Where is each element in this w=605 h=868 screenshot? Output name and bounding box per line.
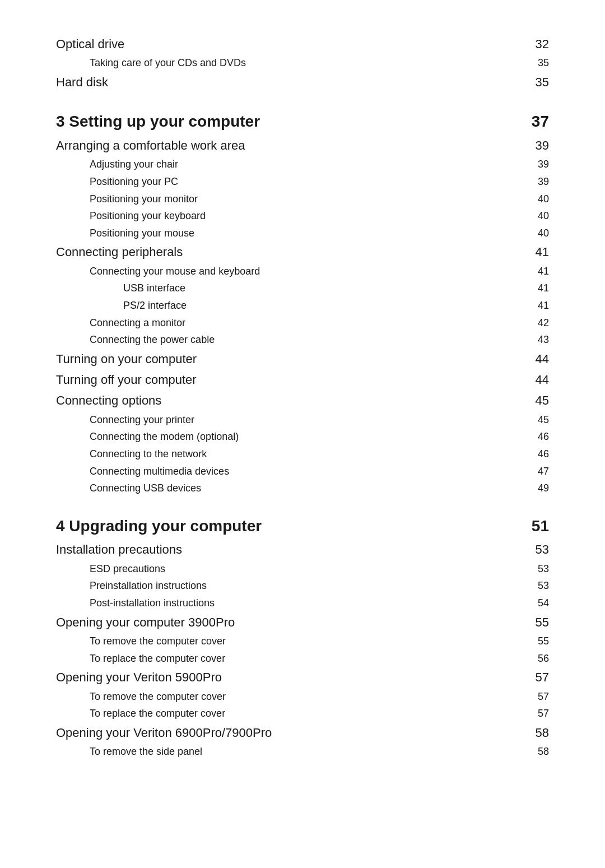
toc-entry-text-turning-on: Turning on your computer xyxy=(56,349,515,369)
toc-entry-page-connecting-power: 43 xyxy=(515,331,549,349)
toc-entry-page-connecting-printer: 45 xyxy=(515,411,549,429)
toc-entry-text-positioning-monitor: Positioning your monitor xyxy=(56,191,515,208)
toc-entry-text-postinstallation: Post-installation instructions xyxy=(56,595,515,612)
toc-entry-page-positioning-monitor: 40 xyxy=(515,191,549,208)
toc-entry-page-preinstallation: 53 xyxy=(515,577,549,595)
toc-entry-page-positioning-keyboard: 40 xyxy=(515,207,549,225)
toc-entry-page-ps2-interface: 41 xyxy=(515,297,549,314)
toc-entry-turning-off: Turning off your computer44 xyxy=(56,369,549,390)
toc-entry-page-ch4: 51 xyxy=(515,513,549,540)
toc-entry-page-turning-off: 44 xyxy=(515,369,549,390)
toc-entry-ch4: 4 Upgrading your computer51 xyxy=(56,513,549,540)
toc-entry-opening-6900pro: Opening your Veriton 6900Pro/7900Pro58 xyxy=(56,722,549,743)
toc-entry-page-connecting-multimedia: 47 xyxy=(515,463,549,480)
spacer-spacer-1 xyxy=(56,92,549,108)
toc-entry-page-optical-drive: 32 xyxy=(515,34,549,54)
toc-entry-text-connecting-printer: Connecting your printer xyxy=(56,411,515,429)
toc-entry-page-connecting-monitor: 42 xyxy=(515,314,549,332)
toc-entry-text-opening-5900pro: Opening your Veriton 5900Pro xyxy=(56,667,515,688)
toc-entry-page-connecting-options: 45 xyxy=(515,390,549,411)
toc-entry-text-remove-cover-3900: To remove the computer cover xyxy=(56,633,515,650)
toc-entry-page-ch3: 37 xyxy=(515,108,549,135)
toc-entry-page-remove-side-panel: 58 xyxy=(515,743,549,760)
toc-entry-text-positioning-mouse: Positioning your mouse xyxy=(56,225,515,242)
toc-entry-page-positioning-mouse: 40 xyxy=(515,225,549,242)
toc-entry-turning-on: Turning on your computer44 xyxy=(56,349,549,369)
toc-entry-connecting-peripherals: Connecting peripherals41 xyxy=(56,242,549,262)
toc-entry-ch3: 3 Setting up your computer37 xyxy=(56,108,549,135)
toc-entry-text-connecting-usb: Connecting USB devices xyxy=(56,480,515,497)
toc-entry-page-remove-cover-5900: 57 xyxy=(515,688,549,705)
toc-entry-page-installation-precautions: 53 xyxy=(515,539,549,560)
toc-entry-connecting-modem: Connecting the modem (optional)46 xyxy=(56,428,549,445)
toc-entry-taking-care-cds: Taking care of your CDs and DVDs35 xyxy=(56,54,549,72)
toc-entry-text-ch3: 3 Setting up your computer xyxy=(56,108,515,135)
toc-entry-page-opening-6900pro: 58 xyxy=(515,722,549,743)
toc-entry-connecting-network: Connecting to the network46 xyxy=(56,445,549,463)
toc-entry-page-replace-cover-5900: 57 xyxy=(515,705,549,722)
toc-entry-text-positioning-keyboard: Positioning your keyboard xyxy=(56,207,515,225)
toc-entry-connecting-usb: Connecting USB devices49 xyxy=(56,480,549,497)
toc-entry-text-arranging: Arranging a comfortable work area xyxy=(56,135,515,156)
toc-entry-page-opening-5900pro: 57 xyxy=(515,667,549,688)
toc-entry-text-turning-off: Turning off your computer xyxy=(56,369,515,390)
toc-entry-opening-5900pro: Opening your Veriton 5900Pro57 xyxy=(56,667,549,688)
toc-entry-text-connecting-power: Connecting the power cable xyxy=(56,331,515,349)
toc-entry-positioning-pc: Positioning your PC39 xyxy=(56,173,549,191)
toc-entry-arranging: Arranging a comfortable work area39 xyxy=(56,135,549,156)
toc-entry-page-esd-precautions: 53 xyxy=(515,560,549,578)
toc-entry-page-usb-interface: 41 xyxy=(515,280,549,297)
toc-entry-text-hard-disk: Hard disk xyxy=(56,72,515,92)
toc-entry-installation-precautions: Installation precautions53 xyxy=(56,539,549,560)
toc-entry-text-taking-care-cds: Taking care of your CDs and DVDs xyxy=(56,54,515,72)
toc-entry-text-connecting-multimedia: Connecting multimedia devices xyxy=(56,463,515,480)
toc-entry-page-remove-cover-3900: 55 xyxy=(515,633,549,650)
toc-entry-text-ps2-interface: PS/2 interface xyxy=(56,297,515,314)
toc-entry-connecting-printer: Connecting your printer45 xyxy=(56,411,549,429)
toc-entry-connecting-options: Connecting options45 xyxy=(56,390,549,411)
toc-entry-page-connecting-usb: 49 xyxy=(515,480,549,497)
toc-entry-positioning-keyboard: Positioning your keyboard40 xyxy=(56,207,549,225)
toc-entry-text-esd-precautions: ESD precautions xyxy=(56,560,515,578)
toc-entry-page-turning-on: 44 xyxy=(515,349,549,369)
toc-entry-page-positioning-pc: 39 xyxy=(515,173,549,191)
toc-entry-page-arranging: 39 xyxy=(515,135,549,156)
toc-entry-adjusting-chair: Adjusting your chair39 xyxy=(56,156,549,173)
toc-entry-page-connecting-peripherals: 41 xyxy=(515,242,549,262)
toc-entry-remove-cover-3900: To remove the computer cover55 xyxy=(56,633,549,650)
toc-entry-text-installation-precautions: Installation precautions xyxy=(56,539,515,560)
toc-entry-connecting-multimedia: Connecting multimedia devices47 xyxy=(56,463,549,480)
toc-entry-text-replace-cover-3900: To replace the computer cover xyxy=(56,650,515,667)
toc-entry-positioning-monitor: Positioning your monitor40 xyxy=(56,191,549,208)
toc-entry-replace-cover-3900: To replace the computer cover56 xyxy=(56,650,549,667)
toc-entry-page-connecting-modem: 46 xyxy=(515,428,549,445)
toc-entry-page-connecting-network: 46 xyxy=(515,445,549,463)
toc-entry-text-optical-drive: Optical drive xyxy=(56,34,515,54)
toc-entry-connecting-mouse-keyboard: Connecting your mouse and keyboard41 xyxy=(56,263,549,280)
toc-entry-replace-cover-5900: To replace the computer cover57 xyxy=(56,705,549,722)
toc-entry-text-connecting-monitor: Connecting a monitor xyxy=(56,314,515,332)
toc-entry-text-connecting-network: Connecting to the network xyxy=(56,445,515,463)
toc-entry-page-connecting-mouse-keyboard: 41 xyxy=(515,263,549,280)
toc-entry-text-opening-6900pro: Opening your Veriton 6900Pro/7900Pro xyxy=(56,722,515,743)
toc-entry-text-preinstallation: Preinstallation instructions xyxy=(56,577,515,595)
toc-entry-page-opening-3900pro: 55 xyxy=(515,612,549,633)
toc-entry-connecting-power: Connecting the power cable43 xyxy=(56,331,549,349)
toc-entry-esd-precautions: ESD precautions53 xyxy=(56,560,549,578)
toc-entry-page-taking-care-cds: 35 xyxy=(515,54,549,72)
toc-entry-hard-disk: Hard disk35 xyxy=(56,72,549,92)
toc-entry-text-replace-cover-5900: To replace the computer cover xyxy=(56,705,515,722)
toc-entry-remove-cover-5900: To remove the computer cover57 xyxy=(56,688,549,705)
toc-entry-page-replace-cover-3900: 56 xyxy=(515,650,549,667)
toc-entry-remove-side-panel: To remove the side panel58 xyxy=(56,743,549,760)
toc-entry-text-connecting-mouse-keyboard: Connecting your mouse and keyboard xyxy=(56,263,515,280)
toc-entry-positioning-mouse: Positioning your mouse40 xyxy=(56,225,549,242)
toc-entry-connecting-monitor: Connecting a monitor42 xyxy=(56,314,549,332)
toc-entry-text-usb-interface: USB interface xyxy=(56,280,515,297)
toc-entry-text-positioning-pc: Positioning your PC xyxy=(56,173,515,191)
toc-entry-text-adjusting-chair: Adjusting your chair xyxy=(56,156,515,173)
toc-entry-optical-drive: Optical drive32 xyxy=(56,34,549,54)
toc-entry-text-opening-3900pro: Opening your computer 3900Pro xyxy=(56,612,515,633)
table-of-contents: Optical drive32Taking care of your CDs a… xyxy=(56,34,549,760)
toc-entry-page-adjusting-chair: 39 xyxy=(515,156,549,173)
